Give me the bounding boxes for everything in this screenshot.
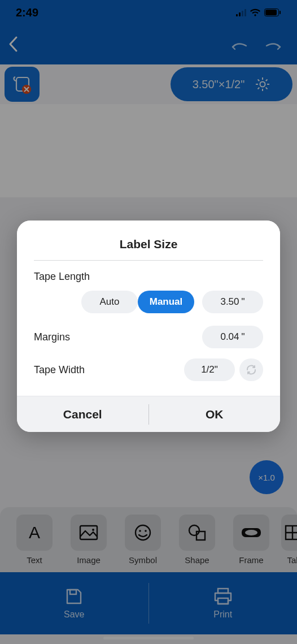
auto-option[interactable]: Auto [81, 291, 138, 313]
modal-title: Label Size [34, 237, 263, 260]
tape-width-value[interactable]: 1/2" [184, 358, 235, 381]
refresh-width-button[interactable] [239, 358, 263, 381]
tape-length-value[interactable]: 3.50" [202, 291, 263, 313]
label-size-modal: Label Size Tape Length Auto Manual 3.50"… [17, 221, 280, 432]
margins-value[interactable]: 0.04" [202, 326, 263, 348]
tape-width-label: Tape Width [34, 364, 85, 376]
cancel-button[interactable]: Cancel [17, 396, 148, 432]
margins-label: Margins [34, 331, 70, 343]
modal-footer: Cancel OK [17, 396, 280, 432]
refresh-icon [245, 364, 257, 376]
modal-divider [34, 260, 263, 261]
tape-length-label: Tape Length [34, 271, 263, 283]
ok-button[interactable]: OK [149, 396, 281, 432]
manual-option[interactable]: Manual [138, 291, 194, 313]
length-mode-segment: Auto Manual [81, 291, 194, 313]
